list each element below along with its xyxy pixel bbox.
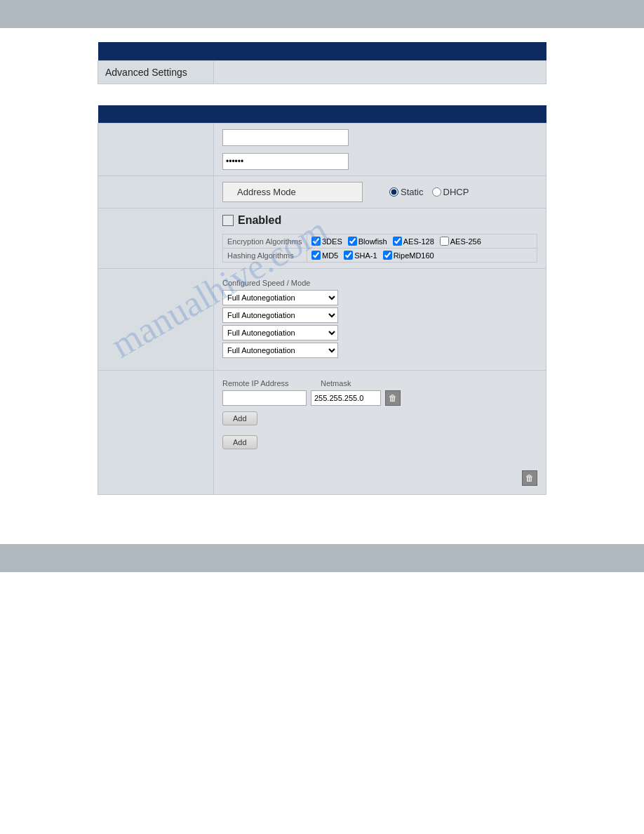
credentials-value-cell [214, 124, 546, 176]
speed-row-2: Full Autonegotiation 10 Mbps Half [222, 307, 537, 323]
top-bar [0, 0, 644, 28]
speed-mode-header: Configured Speed / Mode [222, 279, 537, 287]
hashing-algo-label: Hashing Algorithms [223, 249, 307, 263]
aes256-check[interactable]: AES-256 [440, 237, 481, 246]
address-mode-box: Address Mode [222, 182, 363, 202]
blowfish-check[interactable]: Blowfish [348, 237, 387, 246]
remote-ip-input[interactable] [222, 390, 307, 406]
remote-ip-row-1: 🗑 [222, 390, 537, 406]
advanced-settings-table: Advanced Settings [98, 42, 546, 84]
encryption-algo-values: 3DES Blowfish AES-128 [307, 234, 537, 249]
md5-check[interactable]: MD5 [311, 251, 338, 260]
speed-select-3[interactable]: Full Autonegotiation 10 Mbps Half [222, 325, 338, 340]
address-mode-label-cell [98, 176, 214, 208]
3des-check[interactable]: 3DES [311, 237, 342, 246]
delete-bottom-button[interactable]: 🗑 [522, 470, 537, 486]
speed-row-1: Full Autonegotiation 10 Mbps Half 10 Mbp… [222, 290, 537, 305]
table2-header-col1 [98, 105, 214, 124]
3des-checkbox[interactable] [311, 237, 321, 246]
remote-ip-label-cell [98, 371, 214, 495]
sha1-check[interactable]: SHA-1 [344, 251, 377, 260]
address-mode-value-cell: Address Mode Static DHCP [214, 176, 546, 208]
static-radio[interactable] [389, 187, 398, 197]
add-button-2[interactable]: Add [222, 435, 257, 449]
aes128-check[interactable]: AES-128 [393, 237, 434, 246]
enabled-value-cell: Enabled Encryption Algorithms 3DES [214, 208, 546, 269]
speed-select-1[interactable]: Full Autonegotiation 10 Mbps Half 10 Mbp… [222, 290, 338, 305]
username-input[interactable] [222, 129, 349, 146]
static-label: Static [401, 187, 424, 197]
speed-select-4[interactable]: Full Autonegotiation 10 Mbps Half [222, 343, 338, 358]
add-row-button[interactable]: Add [222, 411, 257, 425]
advanced-settings-value [214, 60, 546, 84]
password-input[interactable] [222, 153, 349, 170]
blowfish-checkbox[interactable] [348, 237, 357, 246]
main-settings-table: Address Mode Static DHCP [98, 105, 546, 496]
static-radio-option[interactable]: Static [389, 187, 424, 197]
remote-ip-col-header: Remote IP Address [222, 379, 314, 388]
dhcp-radio-option[interactable]: DHCP [432, 187, 469, 197]
bottom-bar [0, 544, 644, 572]
dhcp-radio[interactable] [432, 187, 441, 197]
encryption-algo-label: Encryption Algorithms [223, 234, 307, 249]
sha1-checkbox[interactable] [344, 251, 353, 260]
netmask-col-header: Netmask [321, 379, 351, 388]
enabled-label-cell [98, 208, 214, 269]
advanced-settings-label: Advanced Settings [98, 60, 214, 84]
credentials-label-cell [98, 124, 214, 176]
md5-checkbox[interactable] [311, 251, 321, 260]
speed-select-2[interactable]: Full Autonegotiation 10 Mbps Half [222, 307, 338, 323]
aes256-checkbox[interactable] [440, 237, 449, 246]
ripemd-checkbox[interactable] [383, 251, 392, 260]
ripemd-check[interactable]: RipeMD160 [383, 251, 434, 260]
algo-table: Encryption Algorithms 3DES Blowfish [222, 234, 537, 263]
speed-value-cell: Configured Speed / Mode Full Autonegotia… [214, 269, 546, 371]
delete-row-button[interactable]: 🗑 [385, 390, 401, 406]
enabled-text: Enabled [238, 214, 281, 227]
aes128-checkbox[interactable] [393, 237, 402, 246]
speed-label-cell [98, 269, 214, 371]
speed-row-4: Full Autonegotiation 10 Mbps Half [222, 343, 537, 358]
netmask-input[interactable] [311, 390, 381, 406]
table1-header-col2 [214, 42, 546, 60]
speed-row-3: Full Autonegotiation 10 Mbps Half [222, 325, 537, 340]
table1-header-col1 [98, 42, 214, 60]
table2-header-col2 [214, 105, 546, 124]
dhcp-label: DHCP [443, 187, 469, 197]
hashing-algo-values: MD5 SHA-1 RipeMD160 [307, 249, 537, 263]
remote-ip-value-cell: Remote IP Address Netmask 🗑 Add [214, 371, 546, 495]
enabled-checkbox[interactable] [222, 215, 234, 226]
